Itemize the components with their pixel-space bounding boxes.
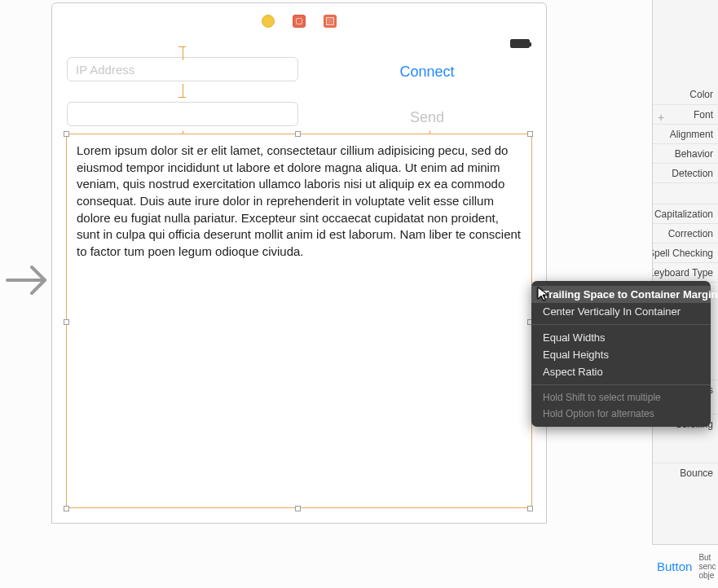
menu-hint: Hold Option for alternates [531,406,711,422]
inspector-row-spellchecking[interactable]: Spell Checking [653,243,718,262]
cursor-icon [537,287,548,305]
menu-separator [531,324,711,325]
constraint-menu-item-equal-widths[interactable]: Equal Widths [531,329,711,346]
storyboard-indicator-icon [293,15,306,28]
interface-builder-canvas[interactable]: IP Address Connect Send Lorem ipsum dolo… [51,2,547,524]
library-item-desc: obje [698,571,716,580]
error-indicator-icon [324,15,337,28]
navigation-arrow-icon [4,261,49,303]
selection-handle[interactable] [527,506,533,511]
library-item-title: Button [657,559,692,573]
inspector-row-color[interactable]: Color [653,85,718,104]
battery-status-icon [510,39,530,48]
constraint-marker-icon [178,46,186,60]
library-item-desc: senc [698,562,716,571]
menu-separator [531,384,711,385]
text-view[interactable]: Lorem ipsum dolor sit er elit lamet, con… [66,134,532,508]
selection-handle[interactable] [527,131,533,137]
library-item-desc: But [698,553,716,562]
constraint-popover: Trailing Space to Container Margin Cente… [531,281,711,427]
constraint-menu-item-trailing[interactable]: Trailing Space to Container Margin [531,286,711,303]
warning-indicator-icon [262,15,275,28]
constraint-menu-item-aspect-ratio[interactable]: Aspect Ratio [531,363,711,380]
selection-handle[interactable] [295,506,301,511]
inspector-row-behavior[interactable]: Behavior [653,143,718,163]
selection-handle[interactable] [64,131,69,137]
object-library-item[interactable]: Button But senc obje [652,544,718,588]
ip-address-field[interactable]: IP Address [67,57,298,81]
inspector-row-capitalization[interactable]: Capitalization [653,204,718,223]
constraint-menu-item-center-v[interactable]: Center Vertically In Container [531,303,711,320]
message-field[interactable] [67,102,298,126]
inspector-row-keyboard[interactable]: Keyboard Type [653,262,718,282]
constraint-marker-icon [178,84,186,98]
selection-handle[interactable] [64,506,69,511]
inspector-row-alignment[interactable]: Alignment [653,124,718,143]
selection-handle[interactable] [64,319,69,325]
menu-hint: Hold Shift to select multiple [531,389,711,406]
inspector-row-bounce[interactable]: Bounce [653,463,718,482]
selection-handle[interactable] [295,131,301,137]
send-button[interactable]: Send [370,109,484,126]
toolbar-indicator-row [52,15,546,28]
inspector-row-detection[interactable]: Detection [653,163,718,182]
constraint-menu-item-equal-heights[interactable]: Equal Heights [531,346,711,363]
connect-button[interactable]: Connect [370,64,484,81]
add-attribute-icon[interactable]: + [658,111,664,124]
inspector-row-correction[interactable]: Correction [653,223,718,243]
